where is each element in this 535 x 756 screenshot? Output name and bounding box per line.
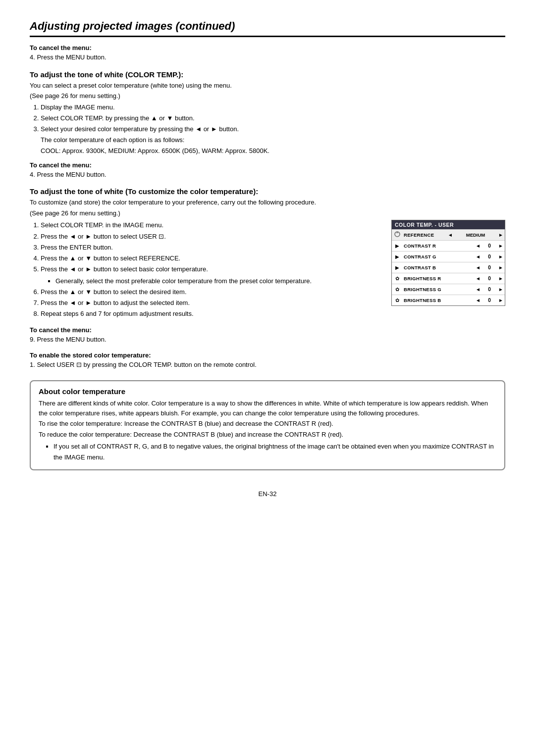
ct-table-container: COLOR TEMP. - USER REFERENCE ◄ MEDIUM ► … <box>391 220 505 306</box>
ct-reference-label: REFERENCE <box>403 232 446 238</box>
about-paragraph: To reduce the color temperature: Decreas… <box>39 430 496 440</box>
ct-ref-arrow-right: ► <box>497 232 505 238</box>
list-item: Select COLOR TEMP. by pressing the ▲ or … <box>41 113 505 124</box>
page-number: EN-32 <box>30 490 505 498</box>
enable-stored-section: To enable the stored color temperature: … <box>30 352 505 370</box>
ct-row-icon: ✿ <box>392 287 403 292</box>
ct-row-value: 0 <box>482 254 497 259</box>
list-item: Press the ◄ or ► button to select basic … <box>41 264 376 287</box>
color-temp-steps: Display the IMAGE menu. Select COLOR TEM… <box>41 102 505 156</box>
cancel-menu-top-label: To cancel the menu: <box>30 44 505 51</box>
ct-table-header: COLOR TEMP. - USER <box>392 220 505 229</box>
customize-steps: Select COLOR TEMP. in the IMAGE menu. Pr… <box>41 220 376 319</box>
cancel-menu-top-step: 4. Press the MENU button. <box>30 52 505 62</box>
list-item: Press the ◄ or ► button to select USER ⊡… <box>41 231 376 242</box>
customize-intro: To customize (and store) the color tempe… <box>30 198 505 207</box>
ct-row-arrow-left: ◄ <box>474 243 482 249</box>
ct-row-label: CONTRAST R <box>403 243 474 249</box>
cancel-menu-top-section: To cancel the menu: 4. Press the MENU bu… <box>30 44 505 62</box>
ct-row-value: 0 <box>482 276 497 281</box>
ct-row-arrow-left: ◄ <box>474 265 482 270</box>
cancel-menu-step-2: 9. Press the MENU button. <box>30 335 505 345</box>
list-item: Display the IMAGE menu. <box>41 102 505 113</box>
ct-row-icon: ✿ <box>392 276 403 281</box>
customize-steps-col: Select COLOR TEMP. in the IMAGE menu. Pr… <box>30 220 376 319</box>
ct-row-arrow-left: ◄ <box>474 298 482 303</box>
about-paragraphs: There are different kinds of white color… <box>39 399 496 439</box>
ct-row-icon: ▶ <box>392 254 403 259</box>
color-temp-heading: To adjust the tone of white (COLOR TEMP.… <box>30 70 505 79</box>
color-temp-section: To adjust the tone of white (COLOR TEMP.… <box>30 70 505 180</box>
two-col-layout: Select COLOR TEMP. in the IMAGE menu. Pr… <box>30 220 505 319</box>
cancel-menu-section-2: To cancel the menu: 9. Press the MENU bu… <box>30 326 505 345</box>
enable-stored-step: 1. Select USER ⊡ by pressing the COLOR T… <box>30 360 505 370</box>
ct-data-row: ✿BRIGHTNESS R◄0► <box>392 273 505 284</box>
ct-row-arrow-right: ► <box>497 287 505 292</box>
list-item: Select your desired color temperature by… <box>41 124 505 156</box>
ct-row-arrow-left: ◄ <box>474 276 482 281</box>
ct-row-arrow-right: ► <box>497 276 505 281</box>
ct-data-row: ▶CONTRAST B◄0► <box>392 262 505 273</box>
list-item: Select COLOR TEMP. in the IMAGE menu. <box>41 220 376 231</box>
ct-data-row: ▶CONTRAST G◄0► <box>392 251 505 262</box>
ct-data-rows: ▶CONTRAST R◄0►▶CONTRAST G◄0►▶CONTRAST B◄… <box>392 240 505 305</box>
ct-row-arrow-left: ◄ <box>474 254 482 259</box>
ct-reference-row: REFERENCE ◄ MEDIUM ► <box>392 229 505 240</box>
ct-row-arrow-right: ► <box>497 243 505 249</box>
ct-data-row: ✿BRIGHTNESS B◄0► <box>392 295 505 305</box>
list-item: Press the ENTER button. <box>41 242 376 253</box>
cancel-menu-step-1: 4. Press the MENU button. <box>30 170 505 180</box>
about-paragraph: To rise the color temperature: Increase … <box>39 419 496 429</box>
ct-row-value: 0 <box>482 298 497 303</box>
cancel-menu-label-1: To cancel the menu: <box>30 161 505 169</box>
ct-ref-arrow-left: ◄ <box>446 232 454 238</box>
ct-row-icon: ▶ <box>392 265 403 270</box>
ct-data-row: ✿BRIGHTNESS G◄0► <box>392 284 505 295</box>
ct-table: COLOR TEMP. - USER REFERENCE ◄ MEDIUM ► … <box>391 220 505 306</box>
ct-row-icon: ▶ <box>392 243 403 249</box>
ct-row-value: 0 <box>482 265 497 270</box>
ct-row-arrow-left: ◄ <box>474 287 482 292</box>
list-item: Generally, select the most preferable co… <box>55 276 376 287</box>
customize-see-page: (See page 26 for menu setting.) <box>30 208 505 218</box>
color-temp-see-page: (See page 26 for menu setting.) <box>30 91 505 101</box>
about-box: About color temperature There are differ… <box>30 380 505 470</box>
about-bullets: If you set all of CONTRAST R, G, and B t… <box>54 441 496 463</box>
list-item: Press the ◄ or ► button to adjust the se… <box>41 298 376 308</box>
ct-data-row: ▶CONTRAST R◄0► <box>392 240 505 251</box>
customize-heading: To adjust the tone of white (To customiz… <box>30 187 505 196</box>
enable-stored-label: To enable the stored color temperature: <box>30 352 505 359</box>
ct-reference-value: MEDIUM <box>454 232 497 238</box>
ct-row-arrow-right: ► <box>497 265 505 270</box>
step5-bullets: Generally, select the most preferable co… <box>55 276 376 287</box>
about-bullet-item: If you set all of CONTRAST R, G, and B t… <box>54 441 496 463</box>
ct-row-arrow-right: ► <box>497 254 505 259</box>
ct-row-arrow-right: ► <box>497 298 505 303</box>
ct-row-label: BRIGHTNESS R <box>403 276 474 281</box>
list-item: Repeat steps 6 and 7 for optimum adjustm… <box>41 308 376 319</box>
page-title: Adjusting projected images (continued) <box>30 20 505 37</box>
ct-row-icon: ✿ <box>392 298 403 303</box>
cancel-menu-label-2: To cancel the menu: <box>30 326 505 334</box>
ct-ref-icon <box>392 231 403 239</box>
list-item: Press the ▲ or ▼ button to select REFERE… <box>41 253 376 264</box>
ct-row-label: BRIGHTNESS G <box>403 287 474 292</box>
step5-text: Press the ◄ or ► button to select basic … <box>41 265 208 273</box>
about-box-title: About color temperature <box>39 387 496 396</box>
ct-row-label: CONTRAST G <box>403 254 474 259</box>
customize-section: To adjust the tone of white (To customiz… <box>30 187 505 369</box>
ct-row-label: CONTRAST B <box>403 265 474 270</box>
color-temp-intro: You can select a preset color temperatur… <box>30 81 505 91</box>
ct-row-label: BRIGHTNESS B <box>403 298 474 303</box>
about-paragraph: There are different kinds of white color… <box>39 399 496 418</box>
ct-row-value: 0 <box>482 243 497 249</box>
ct-row-value: 0 <box>482 287 497 292</box>
list-item: Press the ▲ or ▼ button to select the de… <box>41 287 376 298</box>
